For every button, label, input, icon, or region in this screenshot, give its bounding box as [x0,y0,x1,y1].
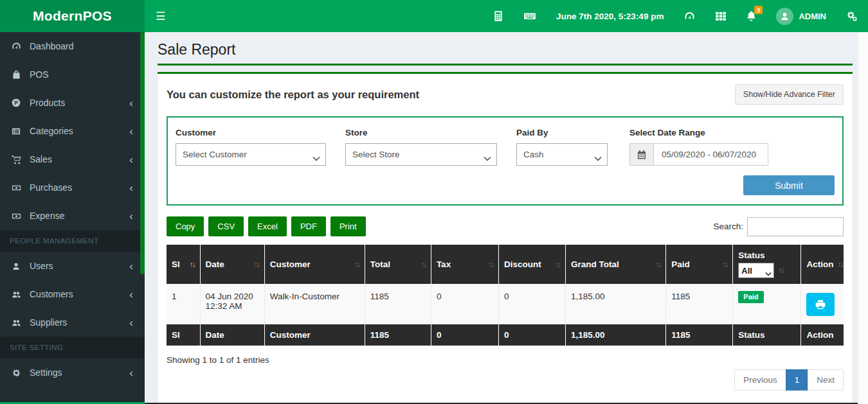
customer-select[interactable]: Select Customer [176,143,326,166]
table-row: 1 04 Jun 202012:32 AM Walk-In-Customer 1… [167,284,844,324]
date-range-input[interactable] [654,144,768,165]
sidebar-item-label: Settings [30,367,62,378]
card-heading: You can customize the report as your req… [167,89,419,101]
avatar [776,8,793,25]
card-header: You can customize the report as your req… [167,84,844,105]
sidebar-item-pos[interactable]: POS [0,60,145,89]
csv-button[interactable]: CSV [208,216,244,236]
header-tax[interactable]: Tax↑↓ [431,245,498,284]
sidebar-item-purchases[interactable]: Purchases ‹ [0,173,145,202]
calendar-icon[interactable] [630,144,654,165]
customer-filter-label: Customer [176,128,326,137]
dashboard-gauge-icon[interactable] [674,0,705,32]
sidebar-item-expense[interactable]: Expense ‹ [0,202,145,230]
report-card: You can customize the report as your req… [158,72,853,404]
paid-by-filter-label: Paid By [516,128,608,137]
shopping-bag-icon [10,69,23,80]
submit-button[interactable]: Submit [743,175,835,195]
print-row-button[interactable] [806,293,835,316]
footer-status: Status [733,324,801,346]
sidebar-item-label: Products [30,98,65,108]
sort-icon: ↑↓ [722,260,727,269]
copy-button[interactable]: Copy [167,216,204,236]
apps-grid-icon[interactable] [705,0,736,32]
sidebar-item-label: POS [30,69,49,80]
sort-icon: ↑↓ [354,260,359,269]
chevron-left-icon: ‹ [129,289,135,300]
sidebar-scrollbar[interactable] [140,32,145,274]
app-root: ModernPOS ☰ June 7th 2020, 5:23:49 pm [0,0,868,404]
title-divider [158,64,853,66]
sort-icon: ↑↓ [778,266,783,275]
cell-customer: Walk-In-Customer [264,284,365,324]
footer-grand-total: 1,185.00 [566,324,666,346]
sidebar-item-settings[interactable]: Settings ‹ [0,358,145,387]
header-discount[interactable]: Discount↑↓ [498,245,565,284]
sidebar-section-people-management: PEOPLE MANAGEMENT [0,230,145,252]
search-box: Search: [713,217,844,236]
money-icon [10,183,23,193]
header-customer[interactable]: Customer↑↓ [264,245,365,284]
sidebar-item-label: Dashboard [30,41,74,51]
table-header-row: Sl↑↓ Date↑↓ Customer↑↓ Total↑↓ Tax↑↓ Dis… [167,245,844,284]
print-export-button[interactable]: Print [330,216,366,236]
date-range-input-group [629,143,768,166]
sidebar-item-users[interactable]: Users ‹ [0,252,145,280]
excel-button[interactable]: Excel [248,216,287,236]
header-sl[interactable]: Sl↑↓ [167,245,200,284]
datetime-display: June 7th 2020, 5:23:49 pm [546,12,674,21]
calculator-icon[interactable] [483,0,514,32]
date-range-filter-group: Select Date Range [629,128,768,166]
pdf-button[interactable]: PDF [291,216,326,236]
footer-paid: 1185 [666,324,733,346]
sidebar-item-customers[interactable]: Customers ‹ [0,280,145,308]
sort-icon: ↑↓ [420,260,426,269]
footer-total: 1185 [365,324,431,346]
notifications-bell-icon[interactable]: 3 [736,0,766,32]
sort-icon: ↑↓ [254,260,259,269]
header-grand-total[interactable]: Grand Total↑↓ [566,245,666,284]
chevron-left-icon: ‹ [129,154,135,165]
store-select[interactable]: Select Store [345,143,497,166]
table-footer-row: Sl Date Customer 1185 0 0 1,185.00 1185 … [167,324,844,346]
users-icon [10,290,23,299]
chevron-left-icon: ‹ [129,317,135,328]
header-paid[interactable]: Paid↑↓ [666,245,733,284]
search-input[interactable] [747,217,844,236]
sidebar-toggle-icon[interactable]: ☰ [145,0,176,32]
cart-icon [10,154,23,164]
cell-sl: 1 [167,284,200,324]
sidebar-item-dashboard[interactable]: Dashboard [0,32,145,60]
user-menu[interactable]: ADMIN [766,0,836,32]
keyboard-icon[interactable] [514,0,546,32]
sidebar-item-categories[interactable]: Categories ‹ [0,117,145,145]
cell-grand-total: 1,185.00 [566,284,666,324]
header-date[interactable]: Date↑↓ [200,245,264,284]
previous-page-button[interactable]: Previous [734,369,786,391]
footer-sl: Sl [167,324,200,346]
sort-icon: ↑↓ [837,260,842,269]
sidebar-section-site-setting: SITE SETTING [0,337,145,358]
page-scrollbar-track[interactable] [858,32,868,404]
toggle-advance-filter-button[interactable]: Show/Hide Advance Filter [735,84,844,105]
main-content: Sale Report You can customize the report… [145,32,858,404]
header-total[interactable]: Total↑↓ [365,245,431,284]
sidebar-item-products[interactable]: P Products ‹ [0,89,145,117]
sidebar-item-suppliers[interactable]: Suppliers ‹ [0,308,145,337]
header-status[interactable]: Status All ↑↓ [733,245,801,284]
svg-text:P: P [14,100,18,106]
user-icon [10,261,23,271]
paid-by-select[interactable]: Cash [516,143,608,166]
cell-action [801,284,844,324]
status-filter-select[interactable]: All [738,263,774,278]
sidebar-item-sales[interactable]: Sales ‹ [0,145,145,173]
settings-cogs-icon[interactable] [836,0,868,32]
page-1-button[interactable]: 1 [786,369,809,391]
footer-action: Action [801,324,844,346]
brand-logo[interactable]: ModernPOS [0,0,145,32]
customer-filter-group: Customer Select Customer [176,128,326,166]
sidebar-item-label: Categories [30,126,73,136]
next-page-button[interactable]: Next [808,369,844,391]
sort-icon: ↑↓ [555,260,560,269]
sale-report-table: Sl↑↓ Date↑↓ Customer↑↓ Total↑↓ Tax↑↓ Dis… [167,245,844,346]
